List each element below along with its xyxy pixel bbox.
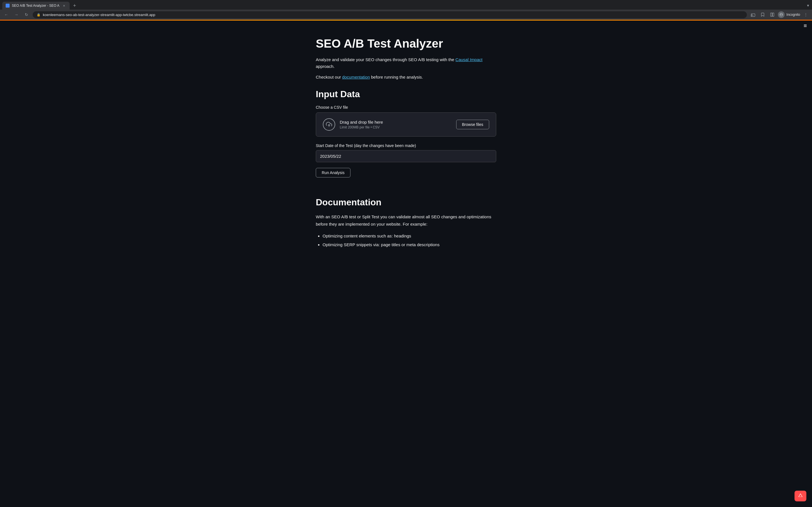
lock-icon: 🔒 — [37, 13, 41, 17]
documentation-link[interactable]: documentation — [342, 75, 370, 79]
address-bar[interactable]: 🔒 koenleemans-seo-ab-test-analyzer-strea… — [33, 11, 747, 18]
more-options-button[interactable]: ⋮ — [802, 11, 810, 18]
causal-impact-link[interactable]: Causal Impact — [455, 57, 483, 62]
input-section-heading: Input Data — [316, 89, 496, 100]
forward-button[interactable]: → — [12, 11, 20, 18]
bullet-item-2: Optimizing SERP snippets via: page title… — [322, 241, 496, 248]
documentation-paragraph: With an SEO A/B test or Split Test you c… — [316, 213, 496, 228]
description-after-link: approach. — [316, 64, 335, 69]
description-before-link: Analyze and validate your SEO changes th… — [316, 57, 455, 62]
svg-rect-2 — [770, 13, 772, 16]
new-tab-button[interactable]: + — [71, 2, 79, 10]
upload-limit-text: Limit 200MB per file • CSV — [340, 125, 383, 129]
streamlit-badge[interactable] — [795, 491, 806, 501]
browse-files-button[interactable]: Browse files — [456, 120, 489, 129]
date-input[interactable] — [316, 150, 496, 162]
file-upload-area[interactable]: Drag and drop file here Limit 200MB per … — [316, 112, 496, 136]
description-paragraph: Analyze and validate your SEO changes th… — [316, 56, 496, 70]
tab-favicon — [6, 4, 10, 8]
incognito-avatar — [778, 11, 784, 18]
bullet-list: Optimizing content elements such as: hea… — [316, 232, 496, 248]
svg-rect-0 — [751, 14, 755, 17]
svg-point-1 — [751, 16, 751, 16]
checkout-after: before running the analysis. — [370, 75, 423, 79]
svg-rect-3 — [772, 13, 774, 16]
split-view-icon[interactable] — [768, 11, 776, 18]
tab-close-button[interactable]: ✕ — [62, 3, 66, 8]
documentation-heading: Documentation — [316, 197, 496, 208]
url-text: koenleemans-seo-ab-test-analyzer-streaml… — [43, 13, 743, 17]
refresh-button[interactable]: ↻ — [22, 11, 31, 18]
streamlit-badge-icon — [798, 493, 803, 499]
cast-icon[interactable] — [749, 11, 757, 18]
gradient-bar — [0, 20, 812, 20]
bookmark-icon[interactable] — [759, 11, 767, 18]
run-analysis-button[interactable]: Run Analysis — [316, 168, 350, 177]
active-tab[interactable]: SEO A/B Test Analyzer - SEO A ✕ — [2, 2, 70, 10]
drag-drop-text: Drag and drop file here — [340, 120, 383, 124]
checkout-before: Checkout our — [316, 75, 342, 79]
bullet-item-1: Optimizing content elements such as: hea… — [322, 232, 496, 240]
date-input-label: Start Date of the Test (day the changes … — [316, 144, 496, 148]
hamburger-menu-button[interactable]: ≡ — [802, 21, 808, 30]
incognito-badge[interactable]: Incognito — [778, 11, 800, 18]
tab-label: SEO A/B Test Analyzer - SEO A — [12, 4, 59, 8]
page-title: SEO A/B Test Analyzer — [316, 37, 496, 51]
checkout-paragraph: Checkout our documentation before runnin… — [316, 74, 496, 80]
upload-cloud-icon — [323, 118, 335, 131]
file-upload-label: Choose a CSV file — [316, 105, 496, 110]
incognito-label: Incognito — [786, 13, 800, 17]
back-button[interactable]: ← — [2, 11, 10, 18]
tab-dropdown-button[interactable]: ▼ — [806, 4, 810, 8]
